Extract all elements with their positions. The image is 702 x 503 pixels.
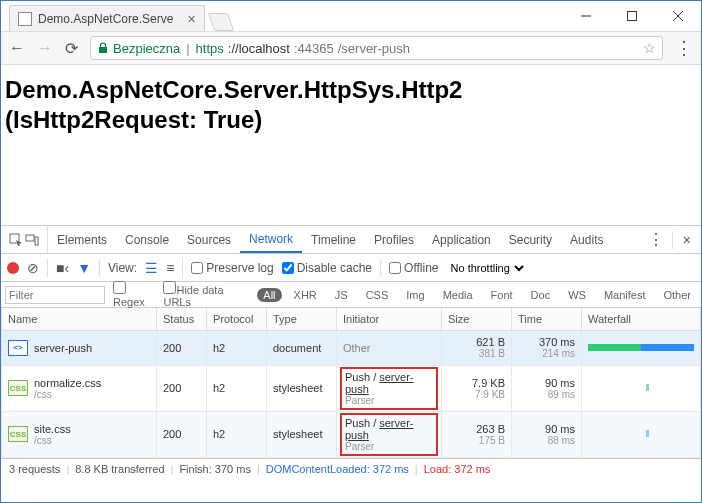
page-content: Demo.AspNetCore.Server.HttpSys.Http2 (Is… <box>1 65 701 225</box>
filter-type-xhr[interactable]: XHR <box>288 288 323 302</box>
devtab-timeline[interactable]: Timeline <box>302 226 365 253</box>
status-requests: 3 requests <box>9 463 60 475</box>
devtab-sources[interactable]: Sources <box>178 226 240 253</box>
file-doc-icon: <> <box>8 340 28 356</box>
filter-input[interactable] <box>5 286 105 304</box>
url-port: :44365 <box>294 41 334 56</box>
clear-button[interactable]: ⊘ <box>27 260 39 276</box>
url-separator: | <box>186 41 189 56</box>
record-button[interactable] <box>7 262 19 274</box>
svg-rect-7 <box>35 237 38 245</box>
svg-rect-6 <box>26 235 34 241</box>
url-host: ://localhost <box>228 41 290 56</box>
close-button[interactable] <box>655 1 701 31</box>
col-initiator[interactable]: Initiator <box>337 308 442 330</box>
svg-rect-1 <box>628 11 637 20</box>
devtools-more-icon[interactable]: ⋮ <box>640 230 672 249</box>
col-size[interactable]: Size <box>442 308 512 330</box>
filter-type-font[interactable]: Font <box>485 288 519 302</box>
device-icon[interactable] <box>25 233 39 247</box>
devtab-elements[interactable]: Elements <box>48 226 116 253</box>
page-heading: Demo.AspNetCore.Server.HttpSys.Http2 (Is… <box>5 75 697 135</box>
col-status[interactable]: Status <box>157 308 207 330</box>
bookmark-icon[interactable]: ☆ <box>643 40 656 56</box>
new-tab-button[interactable] <box>207 13 234 31</box>
url-path: /server-push <box>338 41 410 56</box>
browser-menu-icon[interactable]: ⋮ <box>675 37 693 59</box>
col-time[interactable]: Time <box>512 308 582 330</box>
network-table: NameStatusProtocolTypeInitiatorSizeTimeW… <box>1 308 701 458</box>
back-button[interactable]: ← <box>9 39 25 57</box>
status-load: Load: 372 ms <box>424 463 491 475</box>
table-row[interactable]: CSSsite.css/css200h2stylesheetPush / ser… <box>2 411 701 457</box>
filter-bar: Regex Hide data URLs AllXHRJSCSSImgMedia… <box>1 282 701 308</box>
tab-close-icon[interactable]: × <box>187 11 195 27</box>
status-transferred: 8.8 KB transferred <box>75 463 164 475</box>
secure-label: Bezpieczna <box>113 41 180 56</box>
col-name[interactable]: Name <box>2 308 157 330</box>
status-dcl: DOMContentLoaded: 372 ms <box>266 463 409 475</box>
hide-data-checkbox[interactable]: Hide data URLs <box>163 281 249 308</box>
capture-icon[interactable]: ■‹ <box>56 260 69 276</box>
devtools-panel: ElementsConsoleSourcesNetworkTimelinePro… <box>1 225 701 480</box>
col-waterfall[interactable]: Waterfall <box>582 308 701 330</box>
lock-icon <box>97 42 109 54</box>
network-toolbar: ⊘ ■‹ ▼ View: ☰ ≡ Preserve log Disable ca… <box>1 254 701 282</box>
preserve-log-checkbox[interactable]: Preserve log <box>191 261 273 275</box>
view-small-icon[interactable]: ≡ <box>166 260 174 276</box>
devtab-audits[interactable]: Audits <box>561 226 612 253</box>
forward-button[interactable]: → <box>37 39 53 57</box>
maximize-button[interactable] <box>609 1 655 31</box>
status-finish: Finish: 370 ms <box>179 463 251 475</box>
filter-icon[interactable]: ▼ <box>77 260 91 276</box>
filter-type-all[interactable]: All <box>257 288 281 302</box>
filter-type-other[interactable]: Other <box>657 288 697 302</box>
file-css-icon: CSS <box>8 380 28 396</box>
reload-button[interactable]: ⟳ <box>65 39 78 58</box>
devtab-security[interactable]: Security <box>500 226 561 253</box>
devtools-close-icon[interactable]: × <box>673 232 701 248</box>
view-large-icon[interactable]: ☰ <box>145 260 158 276</box>
devtab-profiles[interactable]: Profiles <box>365 226 423 253</box>
svg-rect-4 <box>99 47 107 53</box>
page-favicon-icon <box>18 12 32 26</box>
address-bar: ← → ⟳ Bezpieczna | https://localhost:443… <box>1 31 701 65</box>
minimize-button[interactable] <box>563 1 609 31</box>
regex-checkbox[interactable]: Regex <box>113 281 155 308</box>
filter-type-media[interactable]: Media <box>437 288 479 302</box>
tab-title: Demo.AspNetCore.Serve <box>38 12 173 26</box>
filter-type-css[interactable]: CSS <box>360 288 395 302</box>
dock-controls <box>1 226 48 253</box>
devtools-tabs: ElementsConsoleSourcesNetworkTimelinePro… <box>1 226 701 254</box>
offline-checkbox[interactable]: Offline <box>389 261 438 275</box>
devtab-console[interactable]: Console <box>116 226 178 253</box>
filter-type-doc[interactable]: Doc <box>525 288 557 302</box>
filter-type-ws[interactable]: WS <box>562 288 592 302</box>
filter-type-img[interactable]: Img <box>400 288 430 302</box>
disable-cache-checkbox[interactable]: Disable cache <box>282 261 372 275</box>
browser-tab[interactable]: Demo.AspNetCore.Serve × <box>9 5 205 31</box>
table-row[interactable]: <>server-push200h2documentOther621 B381 … <box>2 330 701 365</box>
col-type[interactable]: Type <box>267 308 337 330</box>
url-input[interactable]: Bezpieczna | https://localhost:44365/ser… <box>90 36 663 60</box>
filter-type-manifest[interactable]: Manifest <box>598 288 652 302</box>
inspect-icon[interactable] <box>9 233 23 247</box>
url-scheme: https <box>196 41 224 56</box>
view-label: View: <box>108 261 137 275</box>
file-css-icon: CSS <box>8 426 28 442</box>
filter-type-js[interactable]: JS <box>329 288 354 302</box>
network-statusbar: 3 requests| 8.8 KB transferred| Finish: … <box>1 458 701 480</box>
table-row[interactable]: CSSnormalize.css/css200h2stylesheetPush … <box>2 365 701 411</box>
throttle-select[interactable]: No throttling <box>447 261 527 275</box>
devtab-network[interactable]: Network <box>240 226 302 253</box>
col-protocol[interactable]: Protocol <box>207 308 267 330</box>
devtab-application[interactable]: Application <box>423 226 500 253</box>
